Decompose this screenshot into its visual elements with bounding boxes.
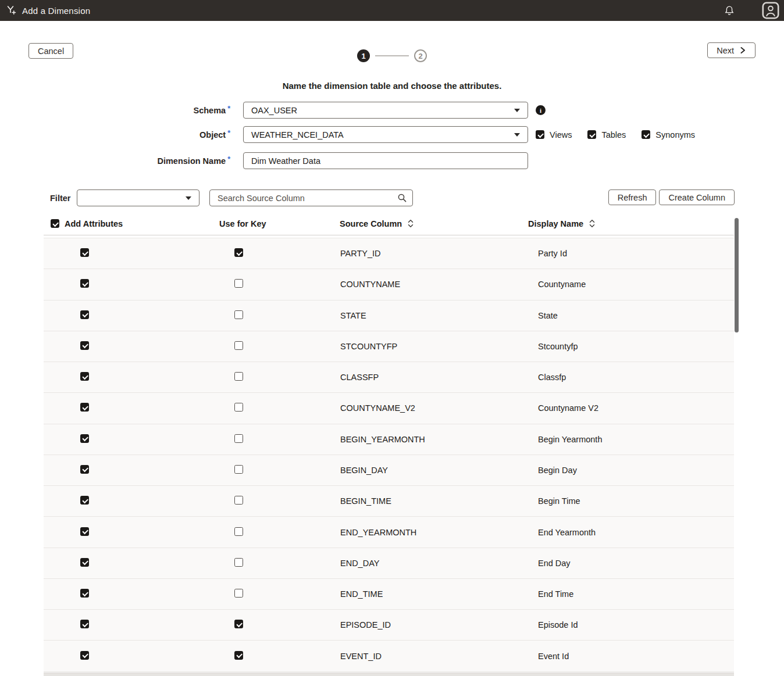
create-column-button-label: Create Column (668, 193, 725, 202)
add-attribute-checkbox[interactable] (80, 403, 89, 412)
use-for-key-header: Use for Key (219, 219, 266, 228)
display-name-cell: Begin Day (538, 466, 577, 475)
views-checkbox-item[interactable]: Views (536, 130, 572, 140)
use-for-key-checkbox[interactable] (234, 496, 243, 505)
tables-checkbox-item[interactable]: Tables (587, 130, 626, 140)
views-checkbox[interactable] (536, 130, 544, 139)
refresh-button-label: Refresh (618, 193, 647, 202)
table-row: BEGIN_TIMEBegin Time (44, 486, 734, 517)
views-label: Views (550, 130, 572, 140)
add-attribute-checkbox[interactable] (80, 465, 89, 474)
add-attributes-header: Add Attributes (65, 219, 123, 228)
use-for-key-checkbox[interactable] (234, 558, 243, 567)
chevron-right-icon (739, 47, 746, 54)
source-column-cell: PARTY_ID (340, 249, 381, 258)
chevron-down-icon (514, 133, 520, 137)
add-attribute-checkbox[interactable] (80, 248, 89, 257)
instruction-heading: Name the dimension table and choose the … (0, 81, 784, 91)
horizontal-scroll-strip[interactable] (44, 673, 734, 676)
use-for-key-checkbox[interactable] (234, 403, 243, 412)
user-menu-button[interactable] (762, 2, 779, 19)
source-column-cell: EPISODE_ID (340, 620, 391, 629)
step-2-number: 2 (418, 52, 422, 60)
display-name-cell: Event Id (538, 652, 569, 661)
add-attribute-checkbox[interactable] (80, 279, 89, 288)
use-for-key-checkbox[interactable] (234, 434, 243, 443)
synonyms-checkbox[interactable] (642, 130, 650, 139)
source-column-cell: BEGIN_TIME (340, 496, 391, 506)
table-row: EVENT_IDEvent Id (44, 641, 734, 671)
refresh-button[interactable]: Refresh (608, 189, 657, 205)
object-type-filters: Views Tables Synonyms (536, 130, 695, 140)
search-input[interactable] (209, 189, 413, 206)
source-column-cell: END_YEARMONTH (340, 528, 416, 537)
schema-label: Schema* (0, 106, 230, 115)
create-column-button[interactable]: Create Column (659, 189, 735, 205)
use-for-key-checkbox[interactable] (234, 279, 243, 288)
source-column-cell: STCOUNTYFP (340, 342, 397, 351)
add-attribute-checkbox[interactable] (80, 651, 89, 660)
next-button[interactable]: Next (707, 42, 756, 58)
source-column-cell: END_TIME (340, 589, 383, 599)
schema-select[interactable]: OAX_USER (243, 102, 528, 119)
search-icon (397, 193, 407, 205)
step-connector (375, 55, 409, 56)
object-select-value: WEATHER_NCEI_DATA (251, 130, 344, 140)
object-select[interactable]: WEATHER_NCEI_DATA (243, 126, 528, 143)
display-name-cell: Episode Id (538, 620, 578, 629)
chevron-down-icon (186, 196, 191, 200)
use-for-key-checkbox[interactable] (234, 620, 243, 628)
add-dimension-icon (6, 5, 17, 16)
dimension-name-input[interactable] (243, 152, 528, 169)
add-attribute-checkbox[interactable] (80, 310, 89, 319)
display-name-cell: End Yearmonth (538, 528, 596, 537)
synonyms-label: Synonyms (655, 130, 695, 140)
use-for-key-checkbox[interactable] (234, 341, 243, 350)
use-for-key-checkbox[interactable] (234, 589, 243, 598)
use-for-key-checkbox[interactable] (234, 527, 243, 536)
tables-label: Tables (601, 130, 626, 140)
schema-select-value: OAX_USER (251, 106, 297, 115)
chevron-down-icon (514, 109, 520, 112)
use-for-key-checkbox[interactable] (234, 310, 243, 319)
required-marker: * (227, 155, 230, 163)
source-column-cell: COUNTYNAME_V2 (340, 403, 415, 413)
use-for-key-checkbox[interactable] (234, 465, 243, 474)
use-for-key-checkbox[interactable] (234, 651, 243, 660)
notifications-button[interactable] (724, 5, 735, 17)
source-column-cell: BEGIN_YEARMONTH (340, 435, 425, 444)
filter-dropdown[interactable] (77, 189, 199, 206)
bell-icon (724, 5, 735, 17)
use-for-key-checkbox[interactable] (234, 248, 243, 257)
synonyms-checkbox-item[interactable]: Synonyms (642, 130, 695, 140)
add-attribute-checkbox[interactable] (80, 341, 89, 350)
add-attribute-checkbox[interactable] (80, 558, 89, 567)
sort-icon[interactable] (407, 219, 414, 228)
step-2-indicator[interactable]: 2 (414, 49, 427, 62)
filter-label: Filter (50, 194, 70, 203)
display-name-cell: End Time (538, 589, 573, 599)
tables-checkbox[interactable] (587, 130, 596, 139)
info-icon[interactable]: i (536, 105, 546, 115)
add-attribute-checkbox[interactable] (80, 527, 89, 536)
attributes-table: Add Attributes Use for Key Source Column… (44, 212, 734, 672)
add-attribute-checkbox[interactable] (80, 589, 89, 598)
add-attribute-checkbox[interactable] (80, 496, 89, 505)
add-attribute-checkbox[interactable] (80, 620, 89, 628)
vertical-scrollbar-thumb[interactable] (735, 218, 739, 332)
display-name-cell: State (538, 311, 558, 320)
avatar-icon (762, 2, 779, 19)
use-for-key-checkbox[interactable] (234, 372, 243, 381)
step-indicator: 1 2 (0, 49, 784, 62)
display-name-cell: Countyname (538, 280, 586, 289)
display-name-cell: Classfp (538, 373, 566, 382)
source-column-cell: EVENT_ID (340, 652, 382, 661)
sort-icon[interactable] (589, 219, 596, 228)
add-attribute-checkbox[interactable] (80, 372, 89, 381)
table-header-row: Add Attributes Use for Key Source Column… (44, 212, 734, 235)
table-row: STCOUNTYFPStcountyfp (44, 331, 734, 362)
add-attribute-checkbox[interactable] (80, 434, 89, 443)
display-name-cell: End Day (538, 559, 571, 568)
step-1-indicator[interactable]: 1 (357, 49, 370, 62)
select-all-attributes-checkbox[interactable] (51, 219, 59, 228)
